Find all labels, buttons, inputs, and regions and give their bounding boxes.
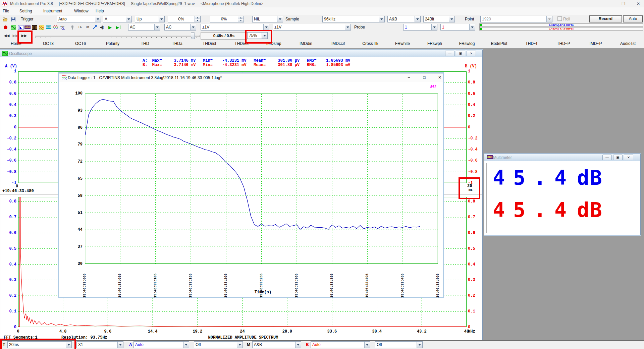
- axis-tick-label: 93: [69, 108, 83, 113]
- trigger-delay-spinner[interactable]: 0%: [210, 16, 244, 22]
- tab-imdsmp[interactable]: IMDsmp: [258, 40, 290, 48]
- spectrum-3d-plot-icon[interactable]: [31, 24, 38, 31]
- data-logger-icon[interactable]: [52, 24, 59, 31]
- probe-b-select[interactable]: 1: [440, 24, 475, 31]
- tab-home[interactable]: Home: [0, 40, 32, 48]
- tab-thd~p[interactable]: THD~P: [547, 40, 580, 48]
- fast-forward-button[interactable]: ▶▶: [20, 32, 28, 39]
- coupling-a-select[interactable]: AC: [128, 24, 160, 31]
- tab-imdccif[interactable]: IMDccif: [322, 40, 354, 48]
- axis-tick-label: 43.2: [412, 329, 432, 334]
- axis-tick-label: 0.2: [468, 293, 475, 298]
- device-test-plan-icon[interactable]: DUT: [45, 24, 52, 31]
- save-icon[interactable]: [10, 16, 17, 22]
- record-button[interactable]: Record: [589, 15, 622, 22]
- spin-down-icon[interactable]: [238, 19, 244, 22]
- slider-handle[interactable]: [191, 33, 195, 39]
- close-button[interactable]: ✕: [435, 74, 445, 81]
- range-b-select[interactable]: ±1V: [273, 24, 351, 31]
- signal-generator-icon[interactable]: [38, 24, 45, 31]
- roll-checkbox[interactable]: [557, 16, 562, 21]
- probe-a-select[interactable]: 1: [403, 24, 437, 31]
- menu-item-instrument[interactable]: Instrument: [43, 9, 62, 13]
- sweep-time-select[interactable]: 20ms: [7, 341, 72, 348]
- tab-thdres[interactable]: THDres: [225, 40, 258, 48]
- range-a-select[interactable]: ±1V: [201, 24, 269, 31]
- channel-b-filter-select[interactable]: Off: [375, 341, 423, 348]
- menu-item-window[interactable]: Window: [74, 9, 89, 13]
- tab-thd~f[interactable]: THD~f: [515, 40, 547, 48]
- channel-a-mode-select[interactable]: Auto: [133, 341, 189, 348]
- axis-tick-label: 0: [3, 125, 16, 130]
- sampling-points-select: 1920: [480, 16, 552, 22]
- scope-right-axis-title: B (V): [465, 64, 477, 69]
- slider-tick: [111, 37, 111, 38]
- trigger-mode-select[interactable]: Auto: [57, 16, 101, 22]
- tab-polarity[interactable]: Polarity: [97, 40, 129, 48]
- coupling-b-select[interactable]: AC: [164, 24, 196, 31]
- sampling-bits-select[interactable]: 24Bit: [423, 16, 455, 22]
- position-slider[interactable]: [35, 35, 200, 37]
- tab-bodeplot[interactable]: BodePlot: [483, 40, 515, 48]
- x-scale-select[interactable]: X1: [76, 341, 123, 348]
- trigger-level-spinner[interactable]: 0%: [168, 16, 201, 22]
- tab-thda[interactable]: THDa: [161, 40, 193, 48]
- tab-frswlog[interactable]: FRswlog: [451, 40, 483, 48]
- auto-button[interactable]: Auto: [623, 15, 643, 22]
- axis-tick-label-text: 19:46:33:355: [330, 274, 334, 298]
- sound-output-icon[interactable]: [99, 24, 105, 31]
- run-icon[interactable]: ▶: [107, 24, 113, 31]
- close-button[interactable]: ✕: [467, 51, 476, 56]
- restore-button[interactable]: □: [419, 74, 429, 81]
- sound-device-icon[interactable]: [69, 24, 76, 31]
- forward-button[interactable]: ▶▶: [11, 32, 19, 39]
- tab-audiotst[interactable]: AudioTst: [612, 40, 644, 48]
- tab-imd~p[interactable]: IMD~P: [580, 40, 612, 48]
- multimeter-icon[interactable]: 888: [24, 24, 31, 31]
- sampling-channels-select[interactable]: A&B: [387, 16, 421, 22]
- menu-item-file[interactable]: File: [3, 9, 9, 13]
- spectrum-analyzer-icon[interactable]: [17, 24, 24, 31]
- sampling-rate-select[interactable]: 96kHz: [322, 16, 385, 22]
- tab-oct6[interactable]: OCT6: [64, 40, 97, 48]
- minimize-button[interactable]: –: [404, 74, 414, 81]
- record-icon[interactable]: [2, 24, 9, 31]
- open-file-icon[interactable]: [2, 16, 9, 22]
- ddp-viewer-icon[interactable]: DDP: [59, 24, 66, 31]
- tab-thd[interactable]: THD: [129, 40, 161, 48]
- channel-a-filter-select[interactable]: Off: [194, 341, 243, 348]
- calibration-icon[interactable]: [91, 24, 98, 31]
- data-logger-title-bar[interactable]: Data Logger : 1 - C:\VIRTINS Multi-Instr…: [59, 73, 443, 82]
- math-channels-select[interactable]: A&B: [252, 341, 301, 348]
- menu-item-setting[interactable]: Setting: [19, 9, 32, 13]
- zero-a-icon[interactable]: ⊥A: [76, 24, 83, 31]
- play-speed-select[interactable]: 75%: [247, 32, 268, 39]
- rewind-button[interactable]: ◀◀: [3, 32, 11, 39]
- tab-frswph[interactable]: FRswph: [419, 40, 451, 48]
- restore-button[interactable]: ❐: [618, 1, 629, 7]
- trigger-hpf-select[interactable]: NIL: [252, 16, 283, 22]
- data-logger-plot: [85, 94, 438, 264]
- spin-down-icon[interactable]: [195, 19, 200, 22]
- minimize-button[interactable]: —: [602, 155, 612, 160]
- tab-frwhite[interactable]: FRwhite: [386, 40, 419, 48]
- tab-imddin[interactable]: IMDdin: [290, 40, 322, 48]
- close-button[interactable]: ✕: [633, 1, 644, 7]
- trigger-edge-select[interactable]: Up: [135, 16, 165, 22]
- minimize-button[interactable]: –: [602, 1, 614, 7]
- minimize-button[interactable]: —: [445, 51, 454, 56]
- restore-button[interactable]: ▣: [613, 155, 623, 160]
- tab-thdnsl[interactable]: THDnsl: [193, 40, 225, 48]
- menu-item-help[interactable]: Help: [96, 9, 104, 13]
- tab-crosstlk[interactable]: CrossTlk: [354, 40, 386, 48]
- oscilloscope-title-bar[interactable]: Oscilloscope — ▣ ✕: [0, 50, 482, 57]
- oscilloscope-icon[interactable]: [10, 24, 17, 31]
- trigger-source-select[interactable]: A: [103, 16, 132, 22]
- channel-b-mode-select[interactable]: Auto: [311, 341, 370, 348]
- tab-oct3[interactable]: OCT3: [32, 40, 64, 48]
- run-auto-icon[interactable]: ▶: [115, 24, 121, 31]
- multimeter-title-bar[interactable]: 888 Multimeter — ▣ ✕: [484, 154, 640, 161]
- close-button[interactable]: ✕: [624, 155, 633, 160]
- zero-b-icon[interactable]: ⊥B: [84, 24, 91, 31]
- restore-button[interactable]: ▣: [456, 51, 465, 56]
